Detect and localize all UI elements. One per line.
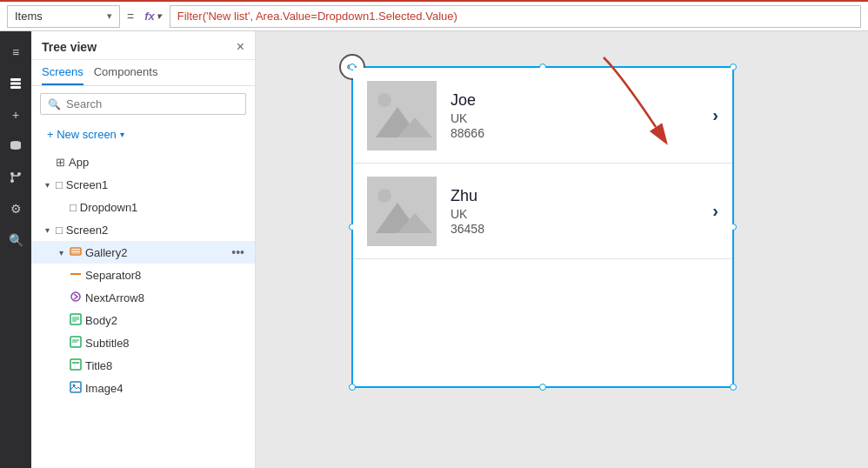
search-button[interactable]: 🔍 (2, 226, 30, 254)
tree-item-separator8[interactable]: Separator8 (31, 264, 255, 286)
svg-rect-1 (10, 83, 21, 85)
chevron-icon: ▾ (56, 248, 66, 257)
svg-point-28 (377, 93, 391, 107)
chevron-icon: ▾ (42, 180, 52, 190)
screen-icon: □ (56, 224, 63, 237)
property-selector[interactable]: Items ▾ (7, 5, 120, 28)
svg-rect-9 (70, 248, 81, 255)
tab-components[interactable]: Components (94, 65, 158, 85)
app-icon: ⊞ (56, 156, 65, 169)
svg-rect-21 (70, 359, 81, 370)
item-label-gallery2: Gallery2 (85, 246, 127, 259)
hamburger-menu-button[interactable]: ≡ (2, 38, 30, 66)
svg-point-13 (71, 292, 80, 301)
gallery-item-name: Zhu (451, 187, 698, 205)
tree-actions: + New screen ▾ (31, 122, 255, 147)
separator-icon (70, 268, 82, 283)
gallery-item-region: UK (451, 111, 698, 125)
item-label-nextarrow8: NextArrow8 (85, 291, 144, 304)
tree-panel: Tree view × Screens Components 🔍 + New s… (31, 31, 256, 468)
tree-item-body2[interactable]: Body2 (31, 309, 255, 331)
arrow-icon (70, 291, 82, 305)
tree-item-app[interactable]: ⊞ App (31, 150, 255, 173)
tree-item-gallery2[interactable]: ▾ Gallery2 ••• (31, 241, 255, 264)
tree-item-title8[interactable]: Title8 (31, 354, 255, 377)
gallery-item-chevron-icon[interactable]: › (712, 201, 718, 221)
tab-screens[interactable]: Screens (42, 65, 83, 85)
tree-item-subtitle8[interactable]: Subtitle8 (31, 331, 255, 354)
gallery-widget[interactable]: ✏ (351, 66, 734, 388)
gallery-item[interactable]: Joe UK 88666 › (353, 68, 732, 164)
item-label-screen2: Screen2 (66, 224, 108, 237)
item-label-subtitle8: Subtitle8 (85, 337, 130, 350)
canvas-area[interactable]: ✏ (256, 31, 868, 468)
property-label: Items (15, 10, 43, 23)
tree-item-dropdown1[interactable]: □ Dropdown1 (31, 196, 255, 218)
tree-tabs: Screens Components (31, 60, 255, 86)
body-icon (70, 313, 82, 328)
gallery-item-number: 36458 (451, 222, 698, 236)
gallery-item-image (367, 81, 437, 150)
gallery-menu-icon[interactable]: ••• (231, 245, 244, 259)
fx-indicator: fx ▾ (141, 10, 164, 23)
equals-label: = (125, 10, 136, 23)
branch-button[interactable] (2, 164, 30, 191)
title-icon (70, 358, 82, 373)
fx-chevron-icon: ▾ (157, 11, 161, 21)
new-screen-chevron-icon: ▾ (120, 130, 124, 139)
settings-button[interactable]: ⚙ (2, 195, 30, 223)
dropdown-icon: □ (70, 201, 77, 214)
svg-rect-2 (10, 86, 21, 89)
item-label-title8: Title8 (85, 359, 112, 372)
property-chevron-icon: ▾ (107, 10, 112, 22)
tree-title: Tree view (42, 40, 97, 54)
item-label-app: App (69, 156, 89, 169)
new-screen-button[interactable]: + New screen ▾ (42, 125, 130, 144)
tree-item-nextarrow8[interactable]: NextArrow8 (31, 286, 255, 309)
tree-close-button[interactable]: × (237, 40, 244, 54)
item-label-screen1: Screen1 (66, 178, 108, 191)
tree-item-screen2[interactable]: ▾ □ Screen2 (31, 218, 255, 241)
item-label-separator8: Separator8 (85, 269, 141, 282)
svg-rect-0 (10, 78, 21, 81)
tree-search-box: 🔍 (40, 93, 246, 115)
item-label-body2: Body2 (85, 314, 117, 327)
search-input[interactable] (66, 97, 238, 110)
gallery-item-name: Joe (451, 91, 698, 110)
gallery-inner: Joe UK 88666 › (353, 68, 732, 386)
item-label-image4: Image4 (85, 382, 123, 395)
gallery-item[interactable]: Zhu UK 36458 › (353, 164, 732, 259)
tree-header: Tree view × (31, 31, 255, 60)
main-layout: ≡ + ⚙ 🔍 Tree (0, 31, 868, 468)
gallery-item-chevron-icon[interactable]: › (712, 105, 718, 125)
new-screen-label: + New screen (47, 128, 117, 141)
tree-item-image4[interactable]: Image4 (31, 377, 255, 399)
gallery-item-info: Joe UK 88666 (451, 91, 698, 140)
svg-point-6 (10, 179, 14, 183)
gallery-item-info: Zhu UK 36458 (451, 187, 698, 236)
svg-point-32 (377, 189, 391, 203)
fx-icon: fx (144, 10, 155, 23)
tree-item-screen1[interactable]: ▾ □ Screen1 (31, 173, 255, 196)
gallery-item-image (367, 177, 437, 246)
svg-rect-12 (70, 273, 81, 275)
image-icon (70, 381, 82, 396)
gallery-item-number: 88666 (451, 126, 698, 140)
gallery-item-empty (353, 259, 732, 372)
add-button[interactable]: + (2, 101, 30, 129)
formula-input[interactable] (170, 5, 861, 28)
data-button[interactable] (2, 132, 30, 160)
subtitle-icon (70, 336, 82, 351)
item-label-dropdown1: Dropdown1 (80, 201, 138, 214)
gallery-icon (70, 245, 82, 260)
sidebar-icons: ≡ + ⚙ 🔍 (0, 31, 31, 468)
formula-bar: Items ▾ = fx ▾ (0, 0, 868, 31)
screen-icon: □ (56, 178, 63, 191)
svg-rect-23 (70, 382, 81, 392)
tree-items: ⊞ App ▾ □ Screen1 □ Dropdown1 ▾ □ Screen… (31, 147, 255, 468)
search-icon: 🔍 (48, 98, 61, 110)
gallery-item-region: UK (451, 207, 698, 221)
layers-button[interactable] (2, 70, 30, 97)
chevron-icon: ▾ (42, 225, 52, 235)
